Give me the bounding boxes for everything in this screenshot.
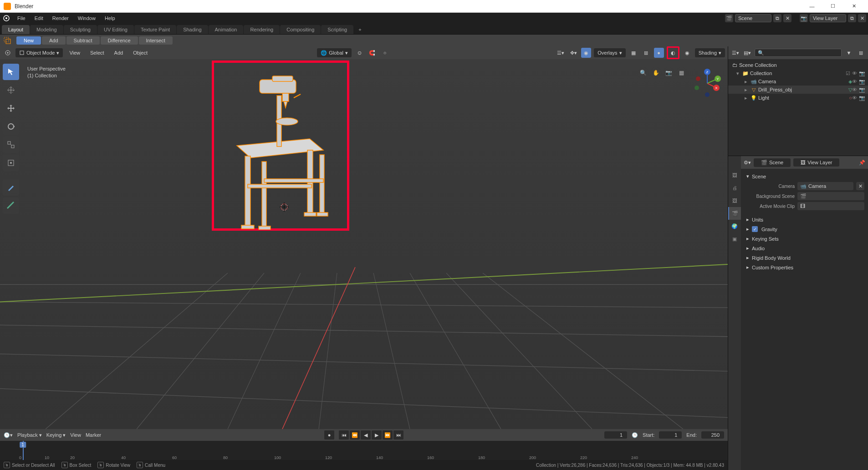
move-tool[interactable]: [3, 100, 19, 116]
zoom-icon[interactable]: 🔍: [638, 67, 648, 78]
play-reverse-icon[interactable]: ◀: [361, 430, 371, 440]
panel-units[interactable]: ▸Units: [745, 215, 864, 224]
bool-tool-icon[interactable]: [3, 36, 12, 45]
tab-sculpting[interactable]: Sculpting: [64, 25, 97, 34]
pan-icon[interactable]: ✋: [650, 67, 661, 78]
shading-wireframe-icon[interactable]: ⊞: [641, 48, 651, 58]
outliner-new-collection-icon[interactable]: ⊞: [856, 48, 865, 57]
select-tool[interactable]: [3, 64, 19, 80]
maximize-button[interactable]: ☐: [822, 0, 843, 13]
tab-modeling[interactable]: Modeling: [30, 25, 63, 34]
disclosure-icon[interactable]: ▾: [736, 71, 742, 76]
minimize-button[interactable]: —: [802, 0, 822, 13]
outliner-item-camera[interactable]: ▸ 📹 Camera ◈ 👁📷: [728, 77, 868, 86]
scene-name-field[interactable]: Scene: [735, 14, 771, 22]
sync-icon[interactable]: 🕒: [632, 432, 638, 438]
eye-icon[interactable]: 👁: [852, 95, 857, 101]
properties-viewlayer-chip[interactable]: 🖼 View Layer: [793, 158, 839, 167]
prop-tab-scene[interactable]: 🎬: [728, 207, 741, 220]
properties-scene-chip[interactable]: 🎬 Scene: [754, 158, 791, 167]
menu-render[interactable]: Render: [48, 13, 73, 24]
panel-custom-props[interactable]: ▸Custom Properties: [745, 263, 864, 272]
bool-difference-button[interactable]: Difference: [101, 36, 138, 45]
measure-tool[interactable]: [3, 197, 19, 214]
eye-icon[interactable]: 👁: [852, 71, 857, 76]
menu-file[interactable]: File: [13, 13, 30, 24]
viewlayer-add-icon[interactable]: ⧉: [848, 14, 856, 22]
camera-view-icon[interactable]: 📷: [663, 67, 674, 78]
pivot-icon[interactable]: ⊙: [354, 48, 364, 58]
disclosure-icon[interactable]: ▸: [745, 87, 750, 93]
play-icon[interactable]: ▶: [372, 430, 382, 440]
keyframe-prev-icon[interactable]: ⏪: [350, 430, 360, 440]
panel-rigid-body[interactable]: ▸Rigid Body World: [745, 253, 864, 263]
outliner-filter-icon[interactable]: ▼: [844, 48, 853, 57]
tab-uv-editing[interactable]: UV Editing: [97, 25, 134, 34]
autokey-icon[interactable]: ●: [324, 430, 334, 440]
gravity-checkbox[interactable]: ✓: [752, 226, 758, 232]
bool-subtract-button[interactable]: Subtract: [66, 36, 100, 45]
jump-end-icon[interactable]: ⏭: [393, 430, 403, 440]
camera-field[interactable]: 📹Camera: [797, 182, 853, 190]
viewlayer-delete-icon[interactable]: ✕: [858, 14, 866, 22]
keyframe-next-icon[interactable]: ⏩: [383, 430, 393, 440]
pin-icon[interactable]: 📌: [859, 160, 865, 166]
blender-icon[interactable]: [2, 14, 11, 23]
viewport-3d[interactable]: User Perspective (1) Collection: [0, 59, 728, 429]
scale-tool[interactable]: [3, 136, 19, 153]
shading-lookdev-icon[interactable]: ◐: [668, 48, 678, 58]
scene-copy-icon[interactable]: ⧉: [773, 14, 781, 22]
scene-delete-icon[interactable]: ✕: [783, 14, 791, 22]
add-workspace-button[interactable]: +: [354, 25, 366, 34]
shading-rendered-icon[interactable]: ◉: [682, 48, 692, 58]
disclosure-icon[interactable]: ▸: [745, 79, 750, 85]
eye-icon[interactable]: 👁: [852, 87, 857, 93]
perspective-toggle-icon[interactable]: ▦: [676, 67, 687, 78]
viewlayer-browse-icon[interactable]: 📷: [800, 14, 808, 22]
panel-gravity[interactable]: ▸✓Gravity: [745, 224, 864, 234]
menu-help[interactable]: Help: [100, 13, 120, 24]
tab-scripting[interactable]: Scripting: [321, 25, 353, 34]
outliner-tree[interactable]: 🗀 Scene Collection ▾ 📁 Collection ☑👁📷 ▸ …: [728, 59, 868, 156]
orientation-gizmo[interactable]: X Y Z: [691, 67, 723, 99]
movie-clip-field[interactable]: 🎞: [797, 202, 864, 210]
timeline-playback-menu[interactable]: Playback ▾: [17, 432, 42, 438]
panel-keying-sets[interactable]: ▸Keying Sets: [745, 234, 864, 243]
menu-edit[interactable]: Edit: [30, 13, 48, 24]
current-frame-field[interactable]: 1: [604, 431, 627, 439]
end-frame-field[interactable]: 250: [701, 431, 724, 439]
tab-layout[interactable]: Layout: [2, 25, 30, 34]
properties-editor-icon[interactable]: ⚙▾: [744, 160, 751, 166]
bool-new-button[interactable]: New: [16, 36, 41, 45]
viewport-menu-object[interactable]: Object: [129, 50, 151, 56]
bool-intersect-button[interactable]: Intersect: [139, 36, 173, 45]
tab-animation[interactable]: Animation: [209, 25, 244, 34]
viewport-menu-add[interactable]: Add: [111, 50, 127, 56]
tab-texture-paint[interactable]: Texture Paint: [134, 25, 176, 34]
disclosure-icon[interactable]: ▸: [745, 95, 750, 101]
viewlayer-name-field[interactable]: View Layer: [810, 14, 846, 22]
outliner-search[interactable]: 🔍: [755, 49, 842, 57]
render-icon[interactable]: 📷: [859, 95, 865, 101]
panel-scene[interactable]: ▾Scene: [745, 172, 864, 181]
cursor-tool[interactable]: [3, 82, 19, 98]
viewport-menu-select[interactable]: Select: [87, 50, 108, 56]
camera-clear-button[interactable]: ✕: [856, 182, 864, 190]
proportional-icon[interactable]: ○: [380, 48, 390, 58]
panel-audio[interactable]: ▸Audio: [745, 243, 864, 253]
prop-tab-viewlayer[interactable]: 🖼: [728, 194, 741, 207]
visibility-icon[interactable]: ☰▾: [556, 48, 566, 58]
outliner-display-mode-icon[interactable]: ▤▾: [743, 48, 752, 57]
bool-add-button[interactable]: Add: [42, 36, 66, 45]
timeline-editor-icon[interactable]: 🕒▾: [4, 432, 13, 438]
orientation-dropdown[interactable]: 🌐 Global ▾: [317, 48, 352, 57]
scene-browse-icon[interactable]: 🎬: [725, 14, 733, 22]
prop-tab-output[interactable]: 🖨: [728, 182, 741, 194]
tab-compositing[interactable]: Compositing: [280, 25, 321, 34]
menu-window[interactable]: Window: [73, 13, 100, 24]
overlays-dropdown[interactable]: Overlays ▾: [594, 48, 625, 57]
rotate-tool[interactable]: [3, 118, 19, 135]
prop-tab-object[interactable]: ▣: [728, 232, 741, 245]
editor-type-icon[interactable]: [3, 48, 13, 58]
prop-tab-render[interactable]: 🖼: [728, 169, 741, 182]
